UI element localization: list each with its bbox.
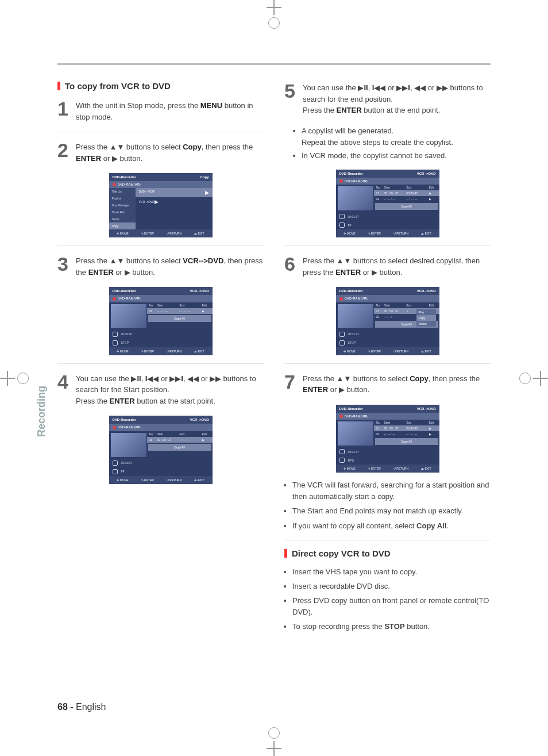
page-top-rule — [57, 63, 491, 65]
section-heading: To copy from VCR to DVD — [57, 81, 264, 91]
step-text: With the unit in Stop mode, press the ME… — [76, 99, 264, 122]
osd-left-menu: Title ListPlaylistDisc ManagerTimer Rec.… — [109, 188, 136, 229]
divider — [57, 363, 264, 364]
osd-table-row: 0100 : 00 : 3700:03:45▶ — [374, 190, 439, 196]
osd-subtitle: DVD-RAM(VR) — [118, 297, 141, 300]
osd-menu-item: Playlist — [109, 195, 136, 202]
preview-thumbnail — [110, 304, 147, 329]
copy-all-button: Copy All — [148, 315, 211, 322]
osd-menu-item: Setup — [109, 216, 136, 222]
step-number: 2 — [57, 140, 70, 164]
osd-right-options: DVD-->VCR▶VCR-->DVD▶ — [136, 188, 213, 229]
preview-thumbnail — [337, 304, 374, 329]
disc-icon — [113, 183, 116, 186]
osd-table-row: 01-- : -- : ---- : -- : --▶ — [147, 308, 213, 314]
osd-footer: ✥ MOVE ✎ ENTER ↺ RETURN ⏏ EXIT — [109, 347, 213, 355]
copy-all-button: Copy All — [375, 203, 438, 210]
page-footer: 68 - English — [57, 702, 106, 712]
list-item: The Start and End points may not match u… — [292, 505, 491, 517]
list-item: A copylist will be generated.Repeat the … — [302, 125, 491, 148]
step-number: 6 — [284, 254, 297, 278]
osd-table-row: 0100 : 00 : 37-- : -- : --▶ — [147, 437, 213, 443]
two-column-layout: To copy from VCR to DVD 1 With the unit … — [57, 81, 491, 640]
direct-copy-bullets: Insert the VHS tape you want to copy.Ins… — [284, 566, 491, 633]
page: Recording To copy from VCR to DVD 1 With… — [0, 0, 548, 756]
osd-title: DVD-Recorder — [113, 289, 136, 293]
preview-thumbnail — [337, 421, 374, 446]
osd-menu-item: Disc Manager — [109, 202, 136, 209]
step-text: Press the ▲▼ buttons to select Copy, the… — [303, 372, 491, 396]
osd-option: DVD-->VCR▶ — [136, 188, 213, 197]
step-text: You can use the ▶ll, l◀◀ or ▶▶l, ◀◀ or ▶… — [303, 81, 491, 116]
clock-icon — [113, 460, 118, 466]
step-3: 3 Press the ▲▼ buttons to select VCR-->D… — [57, 254, 264, 278]
osd-menu-item: Title List — [109, 188, 136, 195]
osd-screenshot-copylist-popup: DVD-RecorderVCR-->DVD DVD-RAM(VR) 00:01:… — [336, 287, 439, 355]
step-text: Press the ▲▼ buttons to select desired c… — [303, 254, 491, 278]
list-item: In VCR mode, the copylist cannot be save… — [302, 150, 491, 162]
osd-menu-item: Timer Rec. — [109, 209, 136, 216]
osd-title: DVD-Recorder — [113, 175, 136, 179]
osd-subtitle: DVD-RAM(VR) — [118, 183, 141, 186]
osd-screenshot-copy-menu: DVD-RecorderCopy DVD-RAM(VR) Title ListP… — [109, 173, 213, 237]
copy-all-button: Copy All — [375, 438, 438, 445]
popup-item: Play — [416, 309, 436, 315]
osd-menu-item: Copy — [109, 222, 136, 229]
clock-icon — [339, 332, 345, 337]
osd-mode: Copy — [200, 175, 209, 179]
move-hint: ✥ MOVE — [117, 232, 128, 235]
clock-icon — [339, 214, 345, 219]
osd-screenshot-vcr-dvd-empty: DVD-RecorderVCR-->DVD DVD-RAM(VR) 00:00:… — [109, 287, 213, 355]
preview-thumbnail — [337, 186, 374, 211]
section-title: Direct copy VCR to DVD — [292, 548, 391, 558]
list-item: Insert the VHS tape you want to copy. — [292, 566, 491, 578]
osd-popup-menu: PlayCopyDelete — [416, 309, 436, 327]
step-text: Press the ▲▼ buttons to select Copy, the… — [76, 140, 264, 164]
step-6: 6 Press the ▲▼ buttons to select desired… — [284, 254, 491, 278]
exit-hint: ⏏ EXIT — [194, 232, 204, 235]
divider — [284, 245, 491, 246]
state-icon — [339, 222, 345, 228]
step-text: You can use the ▶ll, l◀◀ or ▶▶l, ◀◀ or ▶… — [76, 372, 264, 407]
state-icon — [339, 340, 345, 346]
step-1: 1 With the unit in Stop mode, press the … — [57, 99, 264, 122]
divider — [57, 245, 264, 246]
divider — [57, 132, 264, 132]
step-number: 7 — [284, 372, 297, 396]
state-icon — [113, 340, 118, 346]
enter-hint: ✎ ENTER — [141, 232, 154, 235]
return-hint: ↺ RETURN — [167, 232, 182, 235]
step-text: Press the ▲▼ buttons to select VCR-->DVD… — [76, 254, 264, 278]
preview-thumbnail — [110, 432, 147, 458]
osd-screenshot-end-point: DVD-RecorderVCR-->DVD DVD-RAM(VR) 00:01:… — [336, 170, 439, 237]
crop-mark-icon — [267, 0, 281, 15]
disc-icon — [339, 415, 343, 418]
clock-icon — [339, 449, 345, 454]
state-icon — [339, 458, 345, 463]
osd-screenshot-start-point: DVD-RecorderVCR-->DVD DVD-RAM(VR) 00:01:… — [109, 416, 213, 483]
section-title: To copy from VCR to DVD — [65, 81, 171, 91]
list-item: Insert a recordable DVD disc. — [292, 581, 491, 592]
disc-icon — [339, 179, 343, 183]
step-5: 5 You can use the ▶ll, l◀◀ or ▶▶l, ◀◀ or… — [284, 81, 491, 116]
disc-icon — [339, 297, 343, 301]
copy-all-button: Copy All — [148, 444, 211, 451]
list-item: To stop recording press the STOP button. — [292, 621, 491, 632]
osd-table-row: 02-- : -- : ---- : -- : --▶ — [374, 196, 439, 202]
right-column: 5 You can use the ▶ll, l◀◀ or ▶▶l, ◀◀ or… — [284, 81, 491, 640]
section-heading: Direct copy VCR to DVD — [284, 548, 491, 558]
crop-mark-icon — [267, 741, 281, 756]
osd-mode: VCR-->DVD — [190, 289, 209, 293]
osd-option: VCR-->DVD▶ — [136, 197, 213, 206]
divider — [284, 363, 491, 364]
disc-icon — [113, 297, 116, 301]
osd-table-row: 02-- : -- : ---- : -- : --▶ — [374, 431, 439, 437]
popup-item: Delete — [416, 321, 436, 327]
osd-table: No.StartEndEdit 01-- : -- : ---- : -- : … — [147, 302, 213, 347]
step-7-bullets: The VCR will fast forward, searching for… — [284, 479, 491, 532]
osd-screenshot-copy-running: DVD-RecorderVCR-->DVD DVD-RAM(VR) 00:01:… — [336, 405, 439, 473]
clock-icon — [113, 332, 118, 337]
divider — [284, 540, 491, 540]
state-icon — [113, 469, 118, 474]
step-2: 2 Press the ▲▼ buttons to select Copy, t… — [57, 140, 264, 164]
